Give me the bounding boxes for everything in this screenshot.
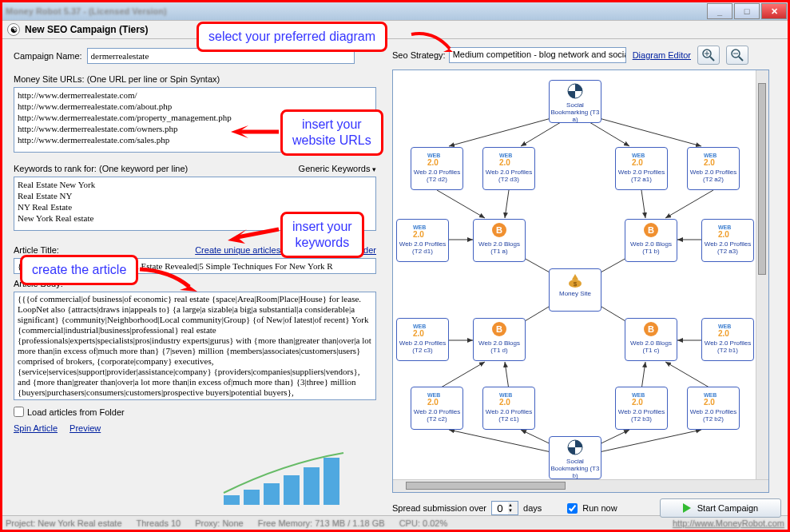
svg-text:2.0: 2.0 xyxy=(427,398,439,407)
annotation-keywords: insert your keywords xyxy=(280,212,364,258)
node-profiles-t2a2[interactable]: WEB2.0Web 2.0 Profiles (T2 a2) xyxy=(687,147,740,190)
node-blog-t1a[interactable]: BWeb 2.0 Blogs (T1 a) xyxy=(473,219,526,262)
article-title-label: Article Title: xyxy=(14,245,59,255)
run-now-label: Run now xyxy=(582,503,617,513)
svg-line-29 xyxy=(437,362,485,390)
svg-text:WEB: WEB xyxy=(499,392,512,398)
svg-text:2.0: 2.0 xyxy=(704,158,715,167)
node-blog-t1b[interactable]: BWeb 2.0 Blogs (T1 b) xyxy=(625,219,677,262)
days-label: days xyxy=(523,503,542,513)
diagram-scroll-h[interactable] xyxy=(393,479,768,492)
svg-rect-0 xyxy=(224,495,240,505)
article-body-input[interactable] xyxy=(14,292,376,400)
diagram-scroll-v[interactable] xyxy=(756,70,768,479)
node-profiles-t2b1[interactable]: WEB2.0Web 2.0 Profiles (T2 b1) xyxy=(701,318,754,361)
svg-text:B: B xyxy=(648,324,654,334)
load-from-folder-label: Load articles from Folder xyxy=(27,407,125,417)
decorative-bar-chart xyxy=(220,451,363,507)
svg-line-14 xyxy=(521,122,561,146)
start-campaign-button[interactable]: Start Campaign xyxy=(660,498,781,518)
node-profiles-t2c3[interactable]: WEB2.0Web 2.0 Profiles (T2 c3) xyxy=(396,318,449,361)
svg-text:B: B xyxy=(496,225,502,235)
svg-rect-3 xyxy=(284,475,300,505)
svg-line-33 xyxy=(449,430,551,452)
svg-text:WEB: WEB xyxy=(632,153,645,158)
svg-text:B: B xyxy=(648,225,654,235)
zoom-out-button[interactable] xyxy=(726,46,748,65)
svg-line-7 xyxy=(710,57,714,61)
diagram-editor-link[interactable]: Diagram Editor xyxy=(633,50,691,60)
svg-text:2.0: 2.0 xyxy=(413,230,424,239)
node-blog-t1c[interactable]: BWeb 2.0 Blogs (T1 c) xyxy=(625,318,677,361)
svg-text:2.0: 2.0 xyxy=(499,398,510,407)
svg-text:2.0: 2.0 xyxy=(718,230,729,239)
spread-days-spinner[interactable]: ▲▼ xyxy=(491,501,518,515)
svg-text:2.0: 2.0 xyxy=(718,329,729,338)
money-site-urls-label: Money Site URLs: (One URL per line or Sp… xyxy=(14,74,376,84)
svg-text:WEB: WEB xyxy=(427,392,440,398)
svg-text:B: B xyxy=(496,324,502,334)
money-robot-link[interactable]: http://www.MoneyRobot.com xyxy=(673,518,784,528)
svg-line-18 xyxy=(505,190,509,218)
node-profiles-t2a1[interactable]: WEB2.0Web 2.0 Profiles (T2 a1) xyxy=(615,147,668,190)
minimize-button[interactable]: _ xyxy=(707,3,732,19)
spread-label: Spread submission over xyxy=(392,503,486,513)
node-social-bookmarking-top[interactable]: Social Bookmarking (T3 a) xyxy=(549,80,601,123)
svg-text:2.0: 2.0 xyxy=(632,158,643,167)
svg-text:2.0: 2.0 xyxy=(499,158,510,167)
node-profiles-t2b2[interactable]: WEB2.0Web 2.0 Profiles (T2 b2) xyxy=(687,387,740,430)
annotation-article: create the article xyxy=(20,255,138,285)
annotation-arrow-urls xyxy=(229,122,280,146)
svg-text:WEB: WEB xyxy=(427,153,440,158)
svg-text:WEB: WEB xyxy=(413,224,426,230)
annotation-urls: insert your website URLs xyxy=(280,109,383,156)
svg-line-11 xyxy=(739,57,743,61)
node-profiles-t2c2[interactable]: WEB2.0Web 2.0 Profiles (T2 c2) xyxy=(411,387,463,430)
svg-text:WEB: WEB xyxy=(704,153,717,158)
campaign-name-label: Campaign Name: xyxy=(14,51,82,61)
node-profiles-t2d3[interactable]: WEB2.0Web 2.0 Profiles (T2 d3) xyxy=(482,147,535,190)
svg-text:2.0: 2.0 xyxy=(413,329,424,338)
node-profiles-t2d2[interactable]: WEB2.0Web 2.0 Profiles (T2 d2) xyxy=(411,147,463,190)
node-social-bookmarking-bottom[interactable]: Social Bookmarking (T3 b) xyxy=(549,436,601,479)
svg-text:2.0: 2.0 xyxy=(632,398,643,407)
node-profiles-t2b3[interactable]: WEB2.0Web 2.0 Profiles (T2 b3) xyxy=(615,387,668,430)
svg-text:WEB: WEB xyxy=(718,324,731,329)
preview-link[interactable]: Preview xyxy=(69,423,101,433)
svg-rect-1 xyxy=(244,490,260,505)
close-button[interactable]: ✕ xyxy=(761,3,787,19)
seo-diagram[interactable]: Social Bookmarking (T3 a) Social Bookmar… xyxy=(392,69,769,493)
sub-titlebar: ☯ New SEO Campaign (Tiers) xyxy=(2,20,788,39)
node-profiles-t2c1[interactable]: WEB2.0Web 2.0 Profiles (T2 c1) xyxy=(482,387,535,430)
generic-keywords-dropdown[interactable]: Generic Keywords xyxy=(299,164,376,173)
seo-strategy-input[interactable]: Medium competition - blog network and so… xyxy=(449,47,626,63)
svg-text:WEB: WEB xyxy=(718,224,731,230)
titlebar: Money Robot 5.37 - (Licensed Version) _ … xyxy=(2,2,788,20)
zoom-in-button[interactable] xyxy=(697,46,720,65)
annotation-arrow-article xyxy=(138,263,202,295)
svg-rect-2 xyxy=(264,483,280,505)
node-profiles-t2a3[interactable]: WEB2.0Web 2.0 Profiles (T2 a3) xyxy=(701,219,754,262)
svg-text:WEB: WEB xyxy=(632,392,645,398)
svg-line-17 xyxy=(437,190,485,218)
node-profiles-t2d1[interactable]: WEB2.0Web 2.0 Profiles (T2 d1) xyxy=(396,219,449,262)
svg-line-13 xyxy=(449,118,551,146)
svg-line-20 xyxy=(665,190,713,218)
node-blog-t1d[interactable]: BWeb 2.0 Blogs (T1 d) xyxy=(473,318,526,361)
svg-line-36 xyxy=(599,430,701,452)
svg-text:2.0: 2.0 xyxy=(704,398,715,407)
svg-text:WEB: WEB xyxy=(704,392,717,398)
run-now-checkbox[interactable] xyxy=(567,503,578,514)
load-from-folder-checkbox[interactable] xyxy=(14,407,24,417)
spin-article-link[interactable]: Spin Article xyxy=(14,423,58,433)
svg-line-15 xyxy=(590,122,629,146)
maximize-button[interactable]: □ xyxy=(734,3,760,19)
svg-rect-5 xyxy=(324,458,339,505)
svg-line-19 xyxy=(641,190,645,218)
svg-text:2.0: 2.0 xyxy=(427,158,439,167)
svg-rect-4 xyxy=(304,467,320,505)
keywords-label: Keywords to rank for: (One keyword per l… xyxy=(14,164,188,173)
app-icon: ☯ xyxy=(7,23,20,36)
node-money-site[interactable]: $Money Site xyxy=(549,268,601,312)
annotation-arrow-diagram xyxy=(410,26,458,58)
